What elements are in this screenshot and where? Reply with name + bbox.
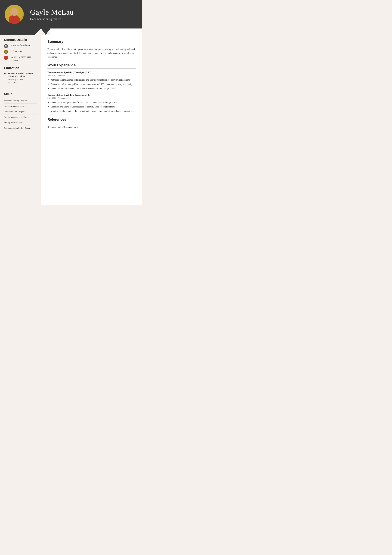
skill-item: Communication Skills - Expert	[4, 125, 37, 131]
chevron-point	[41, 29, 50, 35]
job-bullet-item: Developed and implemented documentation …	[47, 87, 136, 90]
edu-years: 2017 - 2021	[7, 81, 37, 84]
header-title: Documentation Specialist	[30, 17, 74, 21]
main-layout: Contact Details ✉ gaylemclau@gmail.com ☏…	[0, 35, 142, 205]
skill-item: Editing Skills - Expert	[4, 120, 37, 125]
phone-icon: ☏	[4, 50, 8, 54]
location-text: Lake Sidney, 61999-9636, Louisiana	[10, 56, 37, 62]
edu-line	[5, 75, 5, 88]
job-dates: March 2023 - Present	[47, 74, 136, 77]
edu-school: University of Utah	[7, 78, 37, 81]
edu-bullet	[4, 73, 6, 74]
references-section: References References available upon req…	[47, 117, 136, 129]
contact-email-item: ✉ gaylemclau@gmail.com	[4, 44, 37, 48]
sidebar: Contact Details ✉ gaylemclau@gmail.com ☏…	[0, 35, 41, 205]
edu-degree: Bachelor of Arts in Technical Writing an…	[7, 72, 37, 78]
references-section-title: References	[47, 117, 136, 123]
references-text: References available upon request	[47, 125, 136, 129]
job-dates: May 2021 - February 2023	[47, 97, 136, 99]
header-name: Gayle McLau	[30, 8, 74, 16]
chevron-divider	[0, 29, 142, 35]
skill-item: Content Creation - Expert	[4, 103, 37, 109]
edu-content: Bachelor of Arts in Technical Writing an…	[7, 72, 37, 88]
job-bullet-item: Authored and maintained technical and en…	[47, 78, 136, 82]
job-bullet-item: Compiled and analyzed user feedback to i…	[47, 105, 136, 109]
contact-section-title: Contact Details	[4, 38, 37, 42]
skills-list: Technical Writing - ExpertContent Creati…	[4, 98, 37, 131]
job-bullet-item: Created and edited user guides, process …	[47, 83, 136, 86]
job-item: Documentation Specialist, DocuSpect, LLC…	[47, 94, 136, 113]
edu-bullet-col	[4, 72, 6, 88]
chevron-right	[50, 29, 142, 35]
email-link[interactable]: gaylemclau@gmail.com	[10, 44, 30, 46]
job-item: Documentation Specialist, DocuSpect, LLC…	[47, 71, 136, 90]
skill-item: Project Management - Expert	[4, 114, 37, 120]
header-text: Gayle McLau Documentation Specialist	[30, 8, 74, 21]
location-icon: 📍	[4, 56, 8, 60]
skill-item: Technical Writing - Expert	[4, 98, 37, 103]
main-content: Summary Documentation Specialist with 8+…	[41, 35, 142, 205]
job-title: Documentation Specialist, DocuSpect, LLC	[47, 71, 136, 74]
job-bullets: Authored and maintained technical and en…	[47, 78, 136, 90]
job-bullet-item: Monitored and maintained documentation t…	[47, 110, 136, 113]
email-icon: ✉	[4, 44, 8, 48]
job-bullet-item: Developed training materials for users a…	[47, 101, 136, 104]
work-experience-section: Work Experience Documentation Specialist…	[47, 63, 136, 113]
education-section-title: Education	[4, 66, 37, 70]
contact-phone-item: ☏ (955) 352 9900	[4, 50, 37, 54]
summary-section-title: Summary	[47, 40, 136, 45]
education-item: Bachelor of Arts in Technical Writing an…	[4, 72, 37, 88]
contact-location-item: 📍 Lake Sidney, 61999-9636, Louisiana	[4, 56, 37, 62]
job-title: Documentation Specialist, DocuSpect, LLC	[47, 94, 136, 96]
skills-section-title: Skills	[4, 92, 37, 96]
header: Gayle McLau Documentation Specialist	[0, 0, 142, 29]
summary-section: Summary Documentation Specialist with 8+…	[47, 40, 136, 59]
phone-text: (955) 352 9900	[10, 50, 22, 53]
education-section: Education Bachelor of Arts in Technical …	[4, 66, 37, 88]
skill-item: Research Skills - Expert	[4, 109, 37, 114]
chevron-left	[0, 29, 41, 35]
job-bullets: Developed training materials for users a…	[47, 101, 136, 113]
summary-text: Documentation Specialist with 8+ years' …	[47, 47, 136, 59]
jobs-list: Documentation Specialist, DocuSpect, LLC…	[47, 71, 136, 113]
contact-section: Contact Details ✉ gaylemclau@gmail.com ☏…	[4, 38, 37, 62]
work-experience-title: Work Experience	[47, 63, 136, 69]
skills-section: Skills Technical Writing - ExpertContent…	[4, 92, 37, 131]
avatar	[5, 5, 24, 24]
